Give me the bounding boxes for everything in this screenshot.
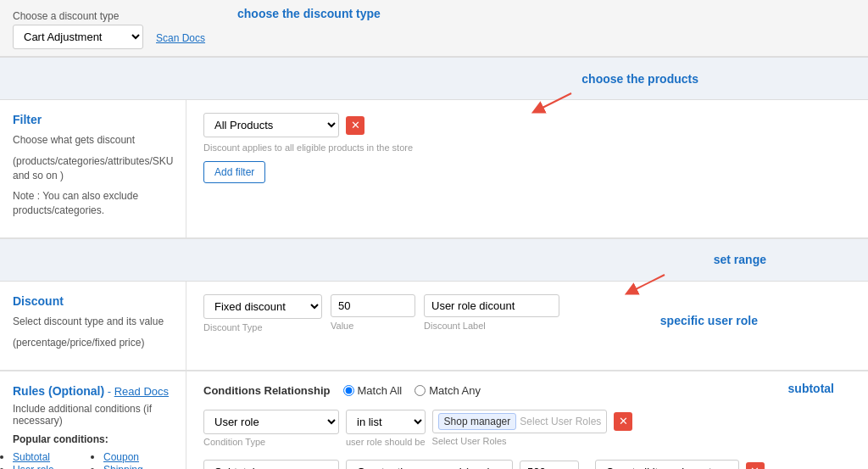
cond2-operator-group: Greater than or equal ( >= ) Subtotal sh… bbox=[346, 460, 513, 469]
scan-docs-link[interactable]: Scan Docs bbox=[156, 32, 205, 44]
discount-type-group: Fixed discount Discount Type bbox=[203, 294, 322, 332]
popular-conditions-label: Popular conditions: bbox=[13, 433, 173, 445]
discount-type-select2[interactable]: Fixed discount bbox=[203, 294, 322, 319]
filter-hint: Discount applies to all eligible product… bbox=[203, 142, 851, 153]
cond1-tag-container[interactable]: Shop manager Select User Roles bbox=[432, 410, 608, 433]
cond1-placeholder: Select User Roles bbox=[520, 416, 601, 427]
conditions-col1: Subtotal User role Days & Time Purchase … bbox=[13, 450, 82, 469]
filter-desc3: Note : You can also exclude products/cat… bbox=[13, 189, 173, 218]
cond2-calc-group: Count all items in cart How to calculate… bbox=[595, 460, 739, 469]
discount-value-input[interactable] bbox=[331, 294, 415, 317]
cond2-type-group: Subtotal Condition Type bbox=[203, 460, 339, 469]
cond1-operator-group: in list user role should be bbox=[346, 410, 426, 447]
cond2-amount-group: Subtotal Amount bbox=[520, 461, 588, 469]
cond1-value-label: Select User Roles bbox=[432, 436, 608, 446]
discount-label-input[interactable] bbox=[424, 294, 559, 317]
discount-desc2: (percentage/price/fixed price) bbox=[13, 336, 173, 350]
rules-title-separator: - bbox=[108, 385, 114, 398]
top-section: Choose a discount type Cart Adjustment S… bbox=[0, 0, 868, 58]
add-filter-button[interactable]: Add filter bbox=[203, 161, 265, 183]
discount-value-sublabel: Value bbox=[331, 321, 415, 331]
conditions-rel-label: Conditions Relationship bbox=[203, 384, 331, 397]
match-all-label: Match All bbox=[358, 384, 403, 397]
product-select[interactable]: All Products bbox=[203, 113, 339, 137]
condition1-controls: User role Condition Type in list user ro… bbox=[203, 410, 851, 447]
discount-section: Discount Select discount type and its va… bbox=[0, 282, 868, 371]
cond1-value-group: Shop manager Select User Roles Select Us… bbox=[432, 410, 608, 446]
condition2-row: Subtotal Condition Type Greater than or … bbox=[203, 460, 851, 469]
filter-controls: All Products ✕ Discount applies to all e… bbox=[186, 100, 868, 237]
tag-label: Shop manager bbox=[444, 416, 511, 427]
svg-line-0 bbox=[537, 93, 571, 110]
condition1-row: User role Condition Type in list user ro… bbox=[203, 410, 851, 447]
discount-label-sublabel: Discount Label bbox=[424, 321, 559, 331]
arrow-products bbox=[529, 89, 580, 114]
cond2-calc-select[interactable]: Count all items in cart bbox=[595, 460, 739, 469]
filter-product-row: All Products ✕ bbox=[203, 113, 851, 137]
annotation-range: set range bbox=[714, 253, 766, 266]
cond2-operator-select[interactable]: Greater than or equal ( >= ) bbox=[346, 460, 513, 469]
filter-desc1: Choose what gets discount bbox=[13, 133, 173, 148]
discount-type-label: Choose a discount type bbox=[13, 10, 143, 22]
cond1-operator-select[interactable]: in list bbox=[346, 410, 426, 434]
discount-type-sublabel: Discount Type bbox=[203, 322, 322, 332]
cond-subtotal-link[interactable]: Subtotal bbox=[13, 451, 50, 463]
cond1-type-group: User role Condition Type bbox=[203, 410, 339, 447]
cond2-amount-input[interactable] bbox=[520, 461, 579, 469]
cond1-operator-label: user role should be bbox=[346, 437, 426, 447]
cond-coupon-link[interactable]: Coupon bbox=[103, 451, 139, 463]
cond2-remove-button[interactable]: ✕ bbox=[746, 462, 765, 469]
discount-sidebar: Discount Select discount type and its va… bbox=[0, 282, 186, 370]
condition2-controls: Subtotal Condition Type Greater than or … bbox=[203, 460, 851, 469]
discount-controls: Fixed discount Discount Type Value Disco… bbox=[186, 282, 868, 370]
rules-title-row: Rules (Optional) - Read Docs bbox=[13, 384, 173, 398]
cond2-type-select[interactable]: Subtotal bbox=[203, 460, 339, 469]
main-content: Filter Choose what gets discount (produc… bbox=[0, 100, 868, 239]
filter-sidebar: Filter Choose what gets discount (produc… bbox=[0, 100, 186, 237]
discount-type-select[interactable]: Cart Adjustment bbox=[13, 25, 143, 49]
discount-title: Discount bbox=[13, 294, 173, 308]
filter-title: Filter bbox=[13, 113, 173, 126]
conditions-col2: Coupon Shipping Address Category Combina… bbox=[91, 450, 173, 469]
match-any-radio[interactable] bbox=[415, 385, 426, 396]
match-all-radio-label[interactable]: Match All bbox=[343, 384, 403, 397]
match-any-radio-label[interactable]: Match Any bbox=[415, 384, 481, 397]
conditions-relationship-row: Conditions Relationship Match All Match … bbox=[203, 384, 851, 397]
rules-section: Rules (Optional) - Read Docs Include add… bbox=[0, 371, 868, 469]
match-any-label: Match Any bbox=[429, 384, 481, 397]
rules-sidebar: Rules (Optional) - Read Docs Include add… bbox=[0, 371, 186, 469]
discount-label-group: Discount Label bbox=[424, 294, 559, 331]
cond1-remove-button[interactable]: ✕ bbox=[614, 412, 632, 431]
annotation-products: choose the products bbox=[581, 72, 698, 86]
match-all-radio[interactable] bbox=[343, 385, 354, 396]
shop-manager-tag: Shop manager bbox=[438, 413, 517, 430]
discount-value-group: Value bbox=[331, 294, 415, 331]
svg-line-1 bbox=[631, 275, 665, 292]
rules-desc: Include additional conditions (if necess… bbox=[13, 403, 173, 427]
discount-desc1: Select discount type and its value bbox=[13, 315, 173, 329]
popular-conditions-list: Subtotal User role Days & Time Purchase … bbox=[13, 450, 173, 469]
cond-userrole-link[interactable]: User role bbox=[13, 464, 54, 469]
filter-desc2: (products/categories/attributes/SKU and … bbox=[13, 154, 173, 183]
read-docs-link[interactable]: Read Docs bbox=[114, 385, 169, 398]
remove-product-filter-button[interactable]: ✕ bbox=[346, 116, 364, 135]
cond1-type-label: Condition Type bbox=[203, 437, 339, 447]
discount-row: Fixed discount Discount Type Value Disco… bbox=[203, 294, 851, 332]
arrow-range bbox=[622, 271, 673, 296]
cond1-type-select[interactable]: User role bbox=[203, 410, 339, 434]
cond-shipping-link[interactable]: Shipping Address bbox=[103, 464, 143, 469]
rules-right-panel: Conditions Relationship Match All Match … bbox=[186, 371, 868, 469]
rules-title: Rules (Optional) bbox=[13, 384, 104, 398]
